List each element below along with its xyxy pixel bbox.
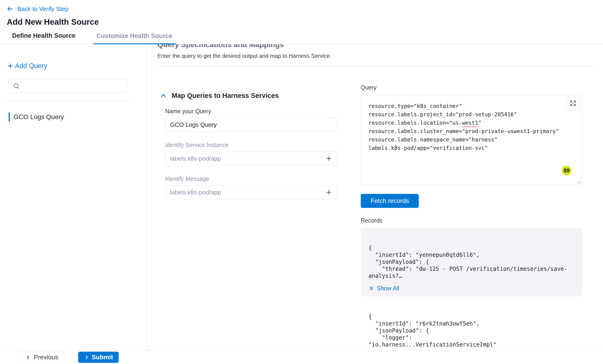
submit-button[interactable]: Submit: [78, 352, 119, 363]
page-header: Back to Verify Step Add New Health Sourc…: [0, 0, 603, 27]
service-instance-add-button[interactable]: [324, 153, 334, 164]
plus-icon: [325, 155, 332, 162]
tab-bar: Define Health Source Customize Health So…: [0, 27, 603, 44]
query-search-input[interactable]: [23, 83, 122, 90]
identify-message-label: Identify Message: [165, 175, 361, 182]
record-line: "io.harness...VerificationServiceImpl": [368, 341, 582, 348]
map-queries-header[interactable]: Map Queries to Harness Services: [157, 91, 361, 100]
back-arrow-icon: [6, 5, 14, 12]
mapping-form-column: Map Queries to Harness Services Name you…: [157, 91, 361, 348]
page-title: Add New Health Source: [7, 17, 592, 27]
previous-button[interactable]: Previous: [19, 352, 65, 363]
plus-icon: [325, 189, 332, 196]
show-all-label: Show All: [377, 285, 399, 292]
chevron-left-icon: [25, 354, 31, 360]
section-subtitle: Enter the query to get the desired outpu…: [157, 53, 603, 59]
tab-define-health-source[interactable]: Define Health Source: [9, 32, 79, 44]
show-all-link[interactable]: Show All: [368, 285, 399, 292]
submit-label: Submit: [92, 354, 113, 361]
back-link[interactable]: Back to Verify Step: [6, 5, 69, 12]
add-query-label: Add Query: [15, 62, 47, 70]
tab-customize-health-source[interactable]: Customize Health Source: [93, 32, 176, 44]
record-line: "insertId": "r6rk2tnah3owf5eh",: [368, 320, 582, 327]
record-line: "thread": "dw-125 - POST /verification/t…: [368, 265, 574, 273]
query-list-item-gco-logs[interactable]: GCO Logs Query: [9, 112, 147, 122]
identify-message-field: [165, 185, 337, 199]
query-line: resource.labels.location="us-west1": [368, 119, 574, 127]
query-line: labels.k8s-pod/app="verification-svc": [368, 144, 574, 152]
query-item-label: GCO Logs Query: [13, 113, 64, 121]
chevron-up-icon: [160, 91, 167, 100]
query-line: resource.type="k8s_container": [368, 102, 574, 110]
name-query-label: Name your Query: [165, 108, 361, 115]
character-count-badge: 89: [562, 166, 571, 175]
resize-handle[interactable]: [576, 179, 581, 184]
sidebar-divider: [4, 101, 132, 101]
service-instance-input[interactable]: [165, 152, 337, 165]
query-line: resource.labels.namespace_name="harness": [368, 135, 574, 144]
expand-icon: [570, 100, 576, 106]
misspelled-word: west1: [462, 120, 478, 126]
records-label: Records: [361, 217, 582, 224]
record-item: { "insertId": "r6rk2tnah3owf5eh", "jsonP…: [361, 313, 582, 348]
search-icon: [13, 83, 20, 89]
identify-message-input[interactable]: [165, 185, 337, 199]
fetch-records-button[interactable]: Fetch records: [361, 194, 419, 208]
records-panel: { "insertId": "yennepun0qtd6ll6", "jsonP…: [361, 228, 582, 296]
record-line: "logger":: [368, 334, 582, 341]
query-line: resource.labels.project_id="prod-setup-2…: [368, 110, 574, 119]
query-search-box: [9, 79, 127, 93]
query-column: Query resource.type="k8s_container" reso…: [361, 81, 582, 348]
query-editor[interactable]: resource.type="k8s_container" resource.l…: [361, 95, 582, 185]
query-name-input[interactable]: [165, 118, 337, 131]
service-instance-field: [165, 152, 337, 165]
record-line: {: [368, 244, 574, 251]
previous-label: Previous: [34, 354, 58, 361]
add-query-button[interactable]: Add Query: [7, 62, 47, 70]
query-mapping-panel: Map Queries to Harness Services Name you…: [157, 66, 603, 348]
double-chevron-down-icon: [368, 285, 374, 292]
section-title: Query Specifications and Mappings: [157, 44, 603, 48]
record-line: analysis?…: [368, 273, 574, 279]
back-link-label: Back to Verify Step: [17, 5, 69, 12]
footer-bar: Previous Submit: [0, 350, 603, 364]
query-line: resource.labels.cluster_name="prod-priva…: [368, 127, 574, 135]
identify-message-add-button[interactable]: [324, 187, 334, 197]
mapping-form: Name your Query Identify Service Instanc…: [165, 108, 361, 199]
query-label: Query: [361, 84, 582, 91]
record-line: "jsonPayload": {: [368, 327, 582, 334]
plus-icon: [7, 62, 14, 70]
page-body: Add Query GCO Logs Query Query Specifica…: [0, 44, 603, 350]
record-line: "jsonPayload": {: [368, 258, 574, 265]
add-health-source-page: Back to Verify Step Add New Health Sourc…: [0, 0, 603, 364]
query-sidebar: Add Query GCO Logs Query: [0, 44, 147, 350]
selected-indicator: [9, 112, 10, 122]
chevron-right-icon: [84, 354, 90, 360]
record-line: "insertId": "yennepun0qtd6ll6",: [368, 251, 574, 258]
main-content: Query Specifications and Mappings Enter …: [147, 44, 603, 350]
expand-query-button[interactable]: [566, 97, 580, 109]
record-line: {: [368, 313, 582, 320]
service-instance-label: Identify Service Instance: [165, 142, 361, 148]
map-queries-title: Map Queries to Harness Services: [172, 92, 279, 100]
